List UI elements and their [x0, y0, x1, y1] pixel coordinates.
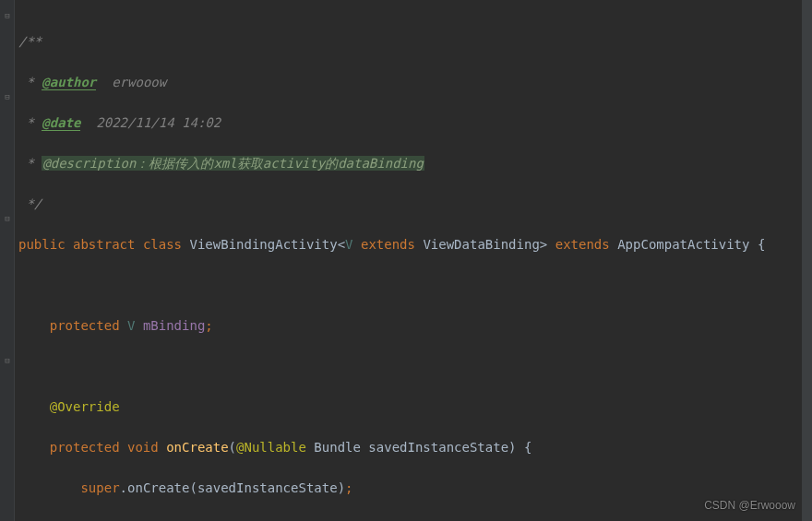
- fold-marker-icon[interactable]: ⊟: [3, 11, 12, 20]
- javadoc-line: *: [18, 115, 42, 130]
- method-declaration-oncreate: protected void onCreate(@Nullable Bundle…: [18, 437, 797, 457]
- date-value: 2022/11/14 14:02: [80, 115, 221, 130]
- code-editor[interactable]: /** * @author erwooow * @date 2022/11/14…: [15, 0, 801, 521]
- fold-marker-icon[interactable]: ⊟: [3, 214, 12, 223]
- javadoc-line: *: [18, 156, 42, 171]
- field-declaration: protected V mBinding;: [18, 315, 797, 336]
- fold-marker-icon[interactable]: ⊟: [3, 92, 12, 101]
- watermark-text: CSDN @Erwooow: [704, 495, 795, 515]
- date-tag: @date: [42, 115, 80, 131]
- vertical-scrollbar[interactable]: [801, 0, 812, 521]
- code-line: super.onCreate(savedInstanceState);: [18, 478, 797, 498]
- author-tag: @author: [42, 75, 96, 90]
- description-tag: @description：根据传入的xml获取activity的dataBind…: [42, 156, 424, 171]
- class-declaration: public abstract class ViewBindingActivit…: [18, 234, 797, 255]
- fold-marker-icon[interactable]: ⊟: [3, 356, 12, 365]
- author-value: erwooow: [96, 75, 166, 89]
- override-annotation: @Override: [18, 397, 797, 417]
- javadoc-start: /**: [18, 34, 42, 49]
- javadoc-end: */: [18, 196, 42, 211]
- javadoc-line: *: [18, 75, 42, 89]
- editor-gutter: ⊟ ⊟ ⊟ ⊟: [0, 0, 15, 521]
